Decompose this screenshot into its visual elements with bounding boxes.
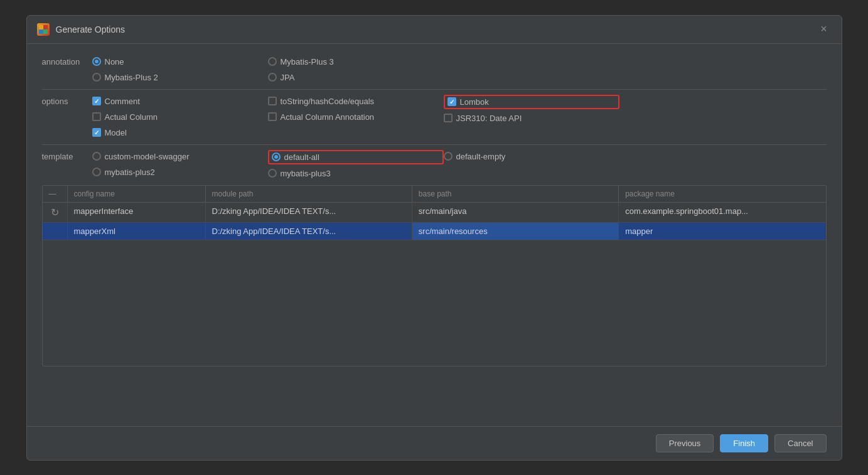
radio-mybatis-plus2-label: mybatis-plus2 [105, 168, 155, 177]
radio-mybatis-plus-3[interactable]: Mybatis-Plus 3 [268, 55, 444, 68]
check-actual-column-annotation-input[interactable] [268, 112, 277, 121]
radio-custom-model-swagger-input[interactable] [92, 152, 101, 161]
table-cell-icon-2 [43, 223, 68, 240]
check-model-input[interactable]: ✓ [92, 128, 101, 137]
radio-mybatis-plus-2[interactable]: Mybatis-Plus 2 [92, 71, 268, 84]
radio-mybatis-plus3[interactable]: mybatis-plus3 [268, 167, 444, 180]
table-cell-module-path-2: D:/zking App/IDEA/IDEA TEXT/s... [206, 223, 412, 240]
table-row[interactable]: mapperXml D:/zking App/IDEA/IDEA TEXT/s.… [43, 223, 826, 240]
table-empty-area [43, 240, 826, 366]
app-icon [37, 23, 50, 36]
check-tostring-label: toString/hashCode/equals [281, 97, 375, 106]
radio-custom-model-swagger[interactable]: custom-model-swagger [92, 150, 268, 163]
check-model-label: Model [105, 128, 127, 137]
options-row: options ✓ Comment Actual Column ✓ Model [42, 95, 827, 139]
radio-mybatis-plus-3-input[interactable] [268, 57, 277, 66]
table-cell-package-name-1: com.example.springboot01.map... [619, 203, 825, 222]
radio-custom-model-swagger-label: custom-model-swagger [105, 152, 190, 161]
template-row: template custom-model-swagger mybatis-pl… [42, 150, 827, 180]
check-tostring[interactable]: toString/hashCode/equals [268, 95, 444, 108]
table-cell-module-path-1: D:/zking App/IDEA/IDEA TEXT/s... [206, 203, 412, 222]
annotation-label: annotation [42, 55, 92, 67]
radio-default-all-wrapper[interactable]: default-all [268, 150, 444, 164]
check-lombok[interactable]: ✓ Lombok [444, 95, 619, 109]
check-model[interactable]: ✓ Model [92, 126, 268, 139]
table-cell-package-name-2: mapper [619, 223, 825, 240]
check-tostring-input[interactable] [268, 97, 277, 105]
cancel-button[interactable]: Cancel [774, 434, 826, 452]
dialog-content: annotation None Mybatis-Plus 2 [27, 44, 842, 426]
svg-rect-3 [43, 29, 48, 34]
radio-mybatis-plus2-input[interactable] [92, 168, 101, 176]
check-actual-column[interactable]: Actual Column [92, 110, 268, 124]
radio-jpa-label: JPA [281, 73, 295, 82]
divider-1 [42, 89, 827, 90]
table-col-icon: — [43, 186, 68, 202]
title-bar: Generate Options × [27, 16, 842, 44]
check-actual-column-annotation[interactable]: Actual Column Annotation [268, 110, 444, 124]
check-jsr310-label: JSR310: Date API [456, 114, 522, 123]
previous-button[interactable]: Previous [656, 434, 714, 452]
check-actual-column-annotation-label: Actual Column Annotation [281, 112, 375, 122]
svg-rect-2 [39, 29, 43, 34]
radio-none-label: None [105, 57, 124, 67]
config-table: — config name module path base path pack… [42, 185, 827, 366]
table-header: — config name module path base path pack… [43, 186, 826, 203]
dialog-title: Generate Options [56, 24, 810, 35]
radio-default-all-input[interactable] [272, 152, 281, 161]
radio-mybatis-plus-2-label: Mybatis-Plus 2 [105, 73, 158, 82]
template-label: template [42, 150, 92, 161]
radio-mybatis-plus3-input[interactable] [268, 169, 277, 178]
radio-mybatis-plus3-label: mybatis-plus3 [281, 169, 331, 178]
table-cell-base-path-2: src/main/resources [412, 223, 619, 240]
table-col-base-path: base path [412, 186, 619, 202]
radio-none[interactable]: None [92, 55, 268, 68]
check-comment-input[interactable]: ✓ [92, 97, 101, 105]
table-cell-icon-1: ↻ [43, 203, 68, 222]
divider-2 [42, 144, 827, 145]
radio-mybatis-plus-2-input[interactable] [92, 73, 101, 82]
check-jsr310-input[interactable] [444, 114, 453, 122]
check-comment[interactable]: ✓ Comment [92, 95, 268, 108]
generate-options-dialog: Generate Options × annotation None Mybat… [26, 15, 842, 461]
annotation-row: annotation None Mybatis-Plus 2 [42, 55, 827, 84]
radio-default-all-label: default-all [284, 152, 319, 162]
svg-rect-1 [43, 25, 48, 29]
radio-default-empty-label: default-empty [456, 152, 506, 161]
svg-rect-0 [39, 25, 43, 29]
radio-default-empty-input[interactable] [444, 152, 453, 161]
radio-mybatis-plus2[interactable]: mybatis-plus2 [92, 166, 268, 179]
check-lombok-input[interactable]: ✓ [447, 97, 456, 106]
table-cell-config-name-1: mapperInterface [68, 203, 206, 222]
check-comment-label: Comment [105, 97, 140, 106]
annotation-options: None Mybatis-Plus 2 Mybatis-Plus 3 [92, 55, 827, 84]
finish-button[interactable]: Finish [720, 434, 768, 452]
dialog-footer: Previous Finish Cancel [27, 426, 842, 460]
close-button[interactable]: × [817, 22, 832, 37]
radio-jpa-input[interactable] [268, 73, 277, 82]
table-row[interactable]: ↻ mapperInterface D:/zking App/IDEA/IDEA… [43, 203, 826, 223]
table-col-config-name: config name [68, 186, 206, 202]
radio-mybatis-plus-3-label: Mybatis-Plus 3 [281, 57, 334, 67]
table-col-module-path: module path [206, 186, 412, 202]
check-actual-column-label: Actual Column [105, 112, 158, 122]
check-lombok-label: Lombok [460, 97, 489, 107]
options-checkboxes: ✓ Comment Actual Column ✓ Model [92, 95, 827, 139]
table-cell-base-path-1: src/main/java [412, 203, 619, 222]
check-jsr310[interactable]: JSR310: Date API [444, 112, 619, 125]
table-cell-config-name-2: mapperXml [68, 223, 206, 240]
radio-default-empty[interactable]: default-empty [444, 150, 619, 163]
radio-jpa[interactable]: JPA [268, 71, 444, 84]
template-options: custom-model-swagger mybatis-plus2 defau… [92, 150, 827, 180]
table-col-package-name: package name [619, 186, 825, 202]
radio-none-input[interactable] [92, 57, 101, 66]
check-actual-column-input[interactable] [92, 112, 101, 121]
options-label: options [42, 95, 92, 106]
